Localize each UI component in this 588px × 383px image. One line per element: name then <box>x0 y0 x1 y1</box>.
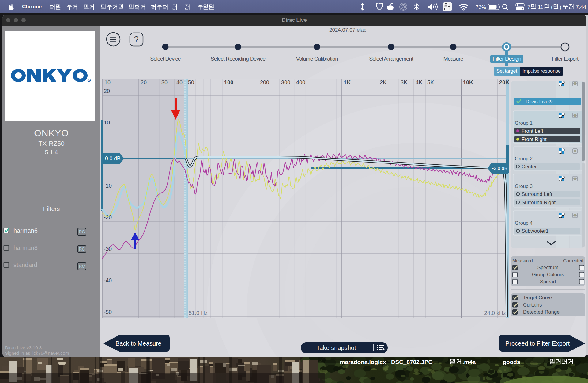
svg-text:Take snapshot: Take snapshot <box>317 344 356 351</box>
svg-text:7: 7 <box>527 4 530 10</box>
svg-text:Target Curve: Target Curve <box>523 295 552 300</box>
svg-text:300: 300 <box>281 79 290 86</box>
svg-text:50: 50 <box>188 79 194 86</box>
svg-text:Spectrum: Spectrum <box>537 265 558 270</box>
svg-text:Proceed to Filter Export: Proceed to Filter Export <box>505 340 570 347</box>
svg-text:10: 10 <box>104 120 110 126</box>
svg-text:.m4a: .m4a <box>462 359 476 365</box>
svg-text:R: R <box>88 80 90 82</box>
svg-text:Group Colours: Group Colours <box>532 272 564 277</box>
svg-text:Measured: Measured <box>512 258 533 263</box>
svg-text:4K: 4K <box>416 79 422 86</box>
svg-text:20: 20 <box>141 79 147 86</box>
svg-text:5K: 5K <box>427 79 434 86</box>
svg-text:11: 11 <box>538 4 543 10</box>
svg-text:20K: 20K <box>499 79 509 86</box>
svg-text:-50: -50 <box>104 309 112 315</box>
svg-text:73%: 73% <box>476 4 486 10</box>
svg-text:Subwoofer1: Subwoofer1 <box>522 228 548 234</box>
svg-text:2K: 2K <box>380 79 386 86</box>
svg-text:51.0 Hz: 51.0 Hz <box>189 310 208 316</box>
svg-text:10: 10 <box>104 79 111 86</box>
svg-text:-10: -10 <box>104 183 112 189</box>
svg-text:Group 3: Group 3 <box>515 184 533 189</box>
svg-text:Surround Right: Surround Right <box>522 200 556 205</box>
svg-text:Curtains: Curtains <box>523 302 542 308</box>
svg-text:400: 400 <box>296 79 305 86</box>
svg-text:-40: -40 <box>104 278 112 284</box>
svg-text:20: 20 <box>104 88 110 94</box>
svg-text:Spread: Spread <box>540 279 556 284</box>
svg-text:Front Left: Front Left <box>522 128 543 134</box>
svg-text:100: 100 <box>224 79 233 86</box>
svg-text:DSC_8702.JPG: DSC_8702.JPG <box>391 359 433 365</box>
svg-text:1K: 1K <box>344 79 351 86</box>
svg-text:3K: 3K <box>401 79 407 86</box>
svg-text:Group 1: Group 1 <box>515 121 533 126</box>
svg-text:0.0 dB: 0.0 dB <box>105 155 121 162</box>
svg-text:Group 4: Group 4 <box>515 220 533 226</box>
svg-text:Surround Left: Surround Left <box>522 191 552 197</box>
svg-text:10K: 10K <box>463 79 473 86</box>
svg-text:Detected Range: Detected Range <box>523 309 560 315</box>
svg-text:7:44: 7:44 <box>576 4 586 10</box>
svg-text:-3.0 dB: -3.0 dB <box>492 166 507 171</box>
svg-text:Group 2: Group 2 <box>515 156 533 161</box>
svg-text:Front Right: Front Right <box>522 136 547 142</box>
svg-text:goods: goods <box>503 359 520 365</box>
svg-text:maradona.logicx: maradona.logicx <box>340 359 386 365</box>
svg-text:200: 200 <box>260 79 269 86</box>
svg-text:30: 30 <box>161 79 168 86</box>
svg-text:(: ( <box>551 4 553 10</box>
svg-text:Center: Center <box>522 164 537 169</box>
svg-text:-20: -20 <box>104 214 112 220</box>
svg-text:Back to Measure: Back to Measure <box>115 340 161 347</box>
svg-text:-30: -30 <box>104 246 112 252</box>
svg-text:40: 40 <box>176 79 183 86</box>
svg-text:Corrected: Corrected <box>563 258 583 263</box>
svg-text:24.0 kHz: 24.0 kHz <box>484 310 506 316</box>
svg-text:Dirac Live®: Dirac Live® <box>526 99 553 105</box>
svg-text:): ) <box>560 4 561 10</box>
